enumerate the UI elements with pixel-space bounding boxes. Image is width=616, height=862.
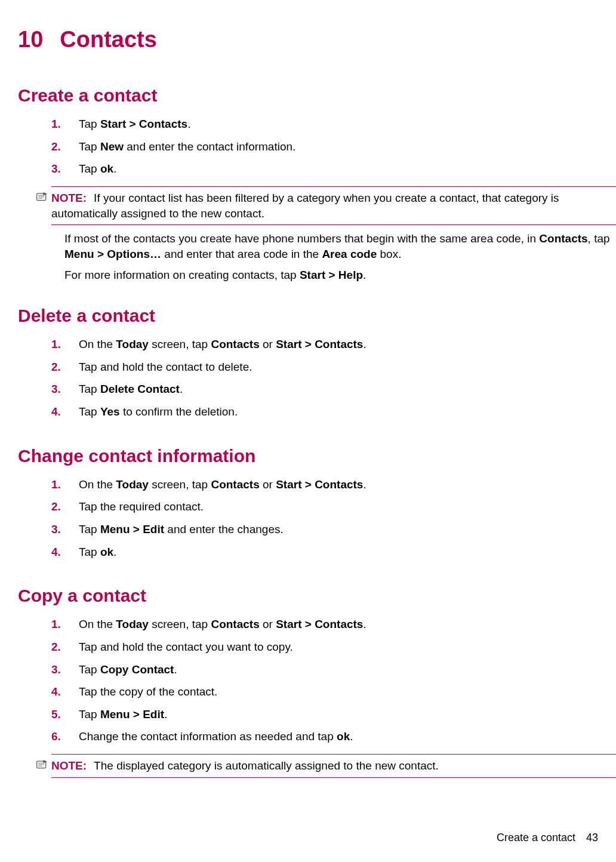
list-item: 1.On the Today screen, tap Contacts or S… (51, 613, 616, 636)
page: 10Contacts Create a contact 1.Tap Start … (0, 0, 616, 862)
list-item: 1.On the Today screen, tap Contacts or S… (51, 473, 616, 496)
list-item: 3.Tap ok. (51, 158, 616, 180)
chapter-number: 10 (18, 27, 43, 53)
steps-copy: 1.On the Today screen, tap Contacts or S… (51, 613, 616, 748)
list-item: 2.Tap and hold the contact you want to c… (51, 636, 616, 658)
list-item: 2.Tap the required contact. (51, 495, 616, 518)
steps-change: 1.On the Today screen, tap Contacts or S… (51, 473, 616, 564)
list-item: 4.Tap ok. (51, 541, 616, 564)
chapter-heading: 10Contacts (18, 27, 616, 53)
section-heading-copy: Copy a contact (18, 586, 616, 606)
list-item: 3.Tap Delete Contact. (51, 378, 616, 401)
note-create: NOTE:If your contact list has been filte… (51, 186, 616, 225)
list-item: 1.Tap Start > Contacts. (51, 113, 616, 136)
list-item: 3.Tap Menu > Edit and enter the changes. (51, 518, 616, 541)
list-item: 6.Change the contact information as need… (51, 725, 616, 748)
list-item: 5.Tap Menu > Edit. (51, 703, 616, 726)
note-label: NOTE: (51, 759, 87, 772)
footer-page-number: 43 (586, 832, 598, 843)
chapter-title: Contacts (60, 27, 157, 52)
list-item: 1.On the Today screen, tap Contacts or S… (51, 333, 616, 356)
note-copy: NOTE:The displayed category is automatic… (51, 754, 616, 778)
section-heading-create: Create a contact (18, 85, 616, 106)
section-heading-delete: Delete a contact (18, 306, 616, 326)
section-heading-change: Change contact information (18, 446, 616, 466)
list-item: 2.Tap New and enter the contact informat… (51, 136, 616, 158)
page-footer: Create a contact43 (497, 832, 598, 844)
note-icon (36, 190, 48, 206)
note-label: NOTE: (51, 192, 87, 204)
steps-create: 1.Tap Start > Contacts. 2.Tap New and en… (51, 113, 616, 180)
steps-delete: 1.On the Today screen, tap Contacts or S… (51, 333, 616, 423)
list-item: 3.Tap Copy Contact. (51, 658, 616, 681)
footer-section: Create a contact (497, 832, 575, 843)
paragraph: For more information on creating contact… (64, 267, 616, 283)
note-text: If your contact list has been filtered b… (51, 192, 559, 220)
note-icon (36, 758, 48, 774)
list-item: 2.Tap and hold the contact to delete. (51, 356, 616, 378)
paragraph: If most of the contacts you create have … (64, 231, 616, 261)
list-item: 4.Tap Yes to confirm the deletion. (51, 401, 616, 423)
note-text: The displayed category is automatically … (94, 759, 439, 772)
list-item: 4.Tap the copy of the contact. (51, 681, 616, 703)
